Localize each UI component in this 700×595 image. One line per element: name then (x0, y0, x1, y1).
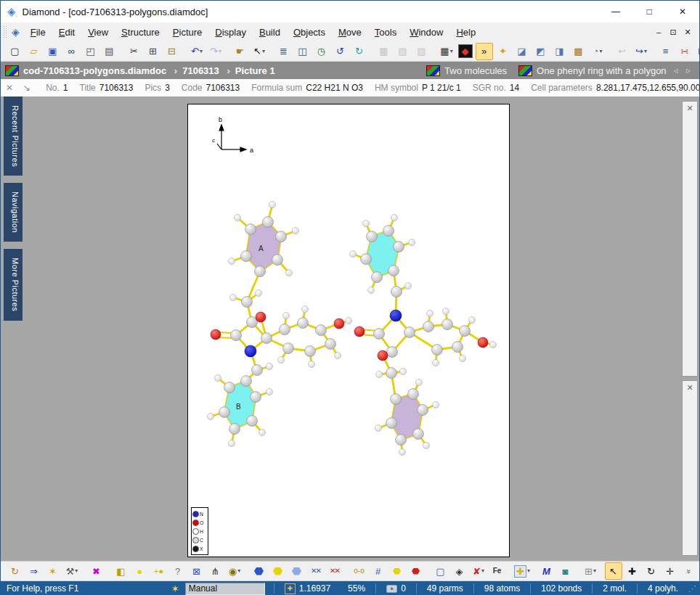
select-mode-button[interactable]: ↖ (605, 562, 622, 580)
structure-canvas[interactable]: b a c (187, 104, 510, 557)
mdi-close-icon[interactable]: ✕ (680, 28, 695, 37)
open-document-button[interactable]: ▱ (25, 43, 43, 60)
menu-build[interactable]: Build (253, 24, 287, 41)
picture-history-button[interactable]: ◔▾ (589, 43, 606, 60)
menu-edit[interactable]: Edit (52, 24, 81, 41)
breadcrumb-scroll-arrows[interactable]: ◃ ▹ (674, 65, 693, 75)
menu-structure[interactable]: Structure (115, 24, 166, 41)
delete-polyhedra-red-button[interactable]: ✕✕ (326, 562, 343, 580)
destroy-atom-button[interactable]: ✖ (88, 562, 105, 580)
new-table-button[interactable]: ▦ (375, 43, 393, 60)
rotate-mode-button[interactable]: ↻ (643, 562, 660, 580)
mode-overflow-button[interactable]: » (680, 562, 698, 580)
fe-atom-button[interactable]: Fe (489, 562, 506, 580)
connect-atoms-button[interactable]: ⊠ (188, 562, 205, 580)
tab-recent-pictures[interactable]: Recent Pictures (4, 97, 23, 176)
polyhedra-set-button[interactable] (288, 562, 306, 580)
layout-picture-button[interactable]: ◨ (551, 43, 569, 60)
menu-file[interactable]: File (24, 24, 52, 41)
find-button[interactable]: ∞ (63, 43, 81, 60)
coordination-sphere-button[interactable]: ◉▾ (226, 562, 243, 580)
props-collapse-icon[interactable]: ↘ (23, 83, 30, 93)
pane-close-icon[interactable]: ✕ (683, 104, 697, 113)
create-bond-button[interactable]: o-o (351, 562, 368, 580)
unit-cell-button[interactable]: ▢ (432, 562, 449, 580)
add-atoms-button[interactable]: ● (131, 562, 149, 580)
move-mode-button[interactable]: ✛ (662, 562, 679, 580)
cell-axes-button[interactable]: ◈ (451, 562, 468, 580)
picture-props-button[interactable]: ◙ (557, 562, 574, 580)
props-close-icon[interactable]: ✕ (6, 83, 13, 93)
history-clock-button[interactable]: ◷ (313, 43, 330, 60)
paste-button[interactable]: ⊟ (163, 43, 181, 60)
menu-view[interactable]: View (81, 24, 115, 41)
render-screen-button[interactable]: ◆ (457, 43, 474, 60)
cut-button[interactable]: ✂ (126, 43, 143, 60)
grid-toggle-button[interactable]: ⊞▾ (582, 562, 599, 580)
tile-pictures-button[interactable]: ▩ (570, 43, 587, 60)
text-label-button[interactable]: M (538, 562, 555, 580)
ring-yellow-button[interactable] (388, 562, 406, 580)
translate-mode-button[interactable]: ✚ (624, 562, 641, 580)
menu-move[interactable]: Move (332, 24, 368, 41)
print-button[interactable]: ▤ (101, 43, 118, 60)
ring-red-button[interactable] (407, 562, 425, 580)
build-wand-button[interactable]: ✶ (44, 562, 62, 580)
delete-bonds-button[interactable]: ✘▾ (470, 562, 487, 580)
tab-navigation[interactable]: Navigation (4, 183, 23, 242)
mdi-minimize-icon[interactable]: – (651, 28, 666, 36)
add-atom-button[interactable]: +● (150, 562, 168, 580)
menu-tools[interactable]: Tools (368, 24, 403, 41)
print-preview-button[interactable]: ◰ (82, 43, 99, 60)
data-brick-button[interactable]: ▦▾ (438, 43, 455, 60)
menu-help[interactable]: Help (449, 24, 482, 41)
polygon-blue-button[interactable] (251, 562, 268, 580)
new-picture-button[interactable]: ✦ (495, 43, 512, 60)
list-view-button[interactable]: ≡ (657, 43, 675, 60)
copy-button[interactable]: ⊞ (145, 43, 162, 60)
breadcrumb-segment[interactable]: cod-7106313-polygons.diamdoc (23, 65, 182, 76)
import-table-button[interactable]: ▧ (394, 43, 412, 60)
tab-more-pictures[interactable]: More Pictures (4, 249, 23, 320)
grid-view-button[interactable]: ⊞▾ (695, 43, 700, 60)
menu-objects[interactable]: Objects (287, 24, 332, 41)
save-document-button[interactable]: ▣ (44, 43, 62, 60)
menu-display[interactable]: Display (208, 24, 253, 41)
copy-picture-button[interactable]: ◪ (513, 43, 531, 60)
update-document-button[interactable]: ↻ (7, 562, 24, 580)
fill-atom-button[interactable]: ◧ (113, 562, 130, 580)
polygon-yellow-button[interactable] (269, 562, 287, 580)
select-arrow-button[interactable]: ↖▾ (251, 43, 268, 60)
forward-button[interactable]: ↪▾ (632, 43, 650, 60)
undo-view-button[interactable]: ↺ (332, 43, 349, 60)
data-sheet-button[interactable]: ◫ (294, 43, 312, 60)
breadcrumb-segment[interactable]: 7106313 (182, 65, 235, 76)
redo-button[interactable]: ↷▾ (207, 43, 224, 60)
delete-polyhedra-blue-button[interactable]: ✕✕ (307, 562, 325, 580)
resize-grip[interactable]: ⋰ (688, 584, 696, 594)
pane-close-icon[interactable]: ✕ (683, 383, 697, 393)
export-picture-button[interactable]: ◩ (532, 43, 550, 60)
recent-picture-item[interactable]: Two molecules (422, 65, 507, 76)
mdi-restore-icon[interactable]: ⊡ (666, 28, 680, 37)
menu-window[interactable]: Window (403, 24, 449, 41)
maximize-icon[interactable]: □ (632, 1, 666, 22)
send-picture-button[interactable]: ⇒ (25, 562, 43, 580)
details-view-button[interactable]: ∺ (676, 43, 693, 60)
edit-tools-button[interactable]: ⚒▾ (63, 562, 81, 580)
recent-picture-item[interactable]: One phenyl ring with a polygon (514, 65, 667, 76)
breadcrumb-segment[interactable]: Picture 1 (235, 65, 275, 76)
minimize-icon[interactable]: — (599, 1, 632, 22)
more-buttons-toggle[interactable]: » (476, 43, 493, 60)
navigation-pane-button[interactable]: ≣ (275, 43, 293, 60)
undo-button[interactable]: ↶▾ (188, 43, 205, 60)
refresh-view-button[interactable]: ↻ (351, 43, 368, 60)
menubar-grip[interactable] (3, 25, 7, 38)
new-document-button[interactable]: ▢ (7, 43, 24, 60)
close-icon[interactable]: ✕ (666, 1, 699, 22)
back-button[interactable]: ↩ (614, 43, 631, 60)
edit-net-button[interactable]: # (370, 562, 387, 580)
fragment-tree-button[interactable]: ⋔ (207, 562, 224, 580)
mode-selector[interactable]: Manual (185, 583, 265, 595)
center-view-button[interactable]: ✚▾ (513, 562, 531, 580)
